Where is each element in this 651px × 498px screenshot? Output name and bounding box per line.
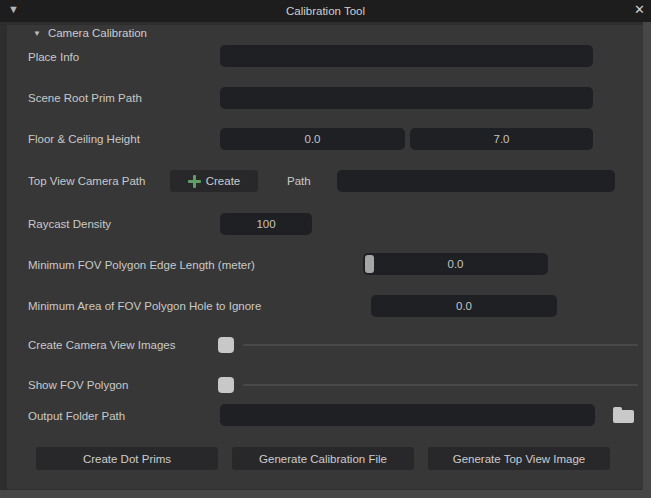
min-hole-area-label: Minimum Area of FOV Polygon Hole to Igno…	[28, 300, 261, 313]
scrollbar-track-bottom[interactable]	[0, 490, 651, 498]
generate-calibration-file-button[interactable]: Generate Calibration File	[232, 447, 414, 470]
row-separator-line	[243, 384, 638, 386]
camera-path-input[interactable]	[337, 170, 615, 192]
show-fov-polygon-checkbox[interactable]	[218, 377, 234, 393]
drag-handle[interactable]	[365, 255, 374, 273]
output-folder-input[interactable]	[220, 404, 595, 426]
top-view-camera-label: Top View Camera Path	[28, 175, 145, 188]
place-info-label: Place Info	[28, 51, 79, 64]
min-edge-length-label: Minimum FOV Polygon Edge Length (meter)	[28, 259, 255, 272]
floor-ceiling-label: Floor & Ceiling Height	[28, 133, 140, 146]
output-folder-label: Output Folder Path	[28, 410, 125, 423]
show-fov-polygon-label: Show FOV Polygon	[28, 379, 128, 392]
min-edge-length-value: 0.0	[448, 258, 464, 270]
create-camera-view-images-checkbox[interactable]	[218, 337, 234, 353]
raycast-density-input[interactable]	[220, 213, 312, 235]
title-bar: ▼ Calibration Tool ✕	[0, 0, 651, 22]
create-dot-prims-button[interactable]: Create Dot Prims	[36, 447, 218, 470]
scene-root-label: Scene Root Prim Path	[28, 92, 142, 105]
window-title: Calibration Tool	[0, 0, 651, 22]
calibration-tool-window: { "window": { "title": "Calibration Tool…	[0, 0, 651, 498]
folder-icon[interactable]	[613, 410, 634, 423]
section-camera-calibration[interactable]: ▼ Camera Calibration	[33, 25, 147, 41]
min-hole-area-input[interactable]	[371, 295, 557, 317]
path-label: Path	[287, 175, 311, 188]
close-icon[interactable]: ✕	[634, 2, 645, 17]
ceiling-height-input[interactable]	[410, 128, 593, 150]
collapse-caret-icon: ▼	[33, 29, 41, 38]
add-icon	[188, 175, 201, 188]
raycast-density-label: Raycast Density	[28, 218, 111, 231]
floor-height-input[interactable]	[220, 128, 405, 150]
scene-root-input[interactable]	[220, 87, 593, 109]
create-camera-button[interactable]: Create	[170, 170, 258, 192]
section-title: Camera Calibration	[48, 27, 147, 39]
scrollbar-track-right[interactable]	[643, 22, 651, 498]
create-camera-button-label: Create	[206, 175, 241, 187]
create-camera-view-images-label: Create Camera View Images	[28, 339, 175, 352]
row-separator-line	[243, 344, 638, 346]
generate-top-view-image-button[interactable]: Generate Top View Image	[428, 447, 610, 470]
min-edge-length-drag-field[interactable]: 0.0	[363, 253, 548, 275]
place-info-input[interactable]	[220, 45, 593, 67]
